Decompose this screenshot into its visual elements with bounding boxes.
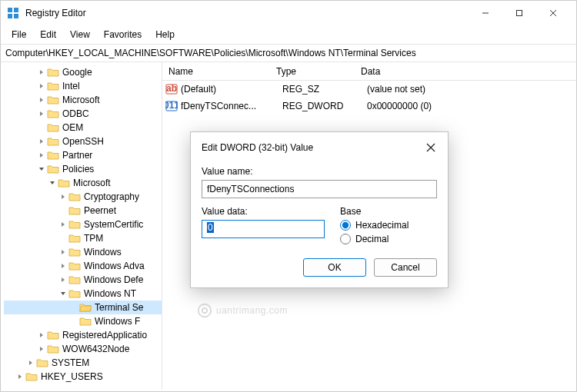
chevron-right-icon[interactable] (58, 193, 68, 201)
tree-item[interactable]: Microsoft (4, 176, 162, 190)
dword-value-icon: 011 (165, 100, 178, 112)
tree-item-label: Microsoft (62, 95, 100, 105)
chevron-right-icon[interactable] (36, 151, 47, 159)
close-button[interactable] (536, 2, 570, 24)
chevron-right-icon[interactable] (58, 262, 68, 270)
col-type[interactable]: Type (270, 66, 355, 77)
titlebar: Registry Editor (1, 1, 576, 25)
tree-item[interactable]: Windows Adva (4, 259, 162, 273)
value-row[interactable]: 011fDenyTSConnec...REG_DWORD0x00000000 (… (162, 98, 576, 115)
tree-item-label: Partner (62, 150, 92, 161)
folder-icon (47, 95, 59, 105)
tree-item[interactable]: SystemCertific (4, 218, 162, 231)
chevron-right-icon[interactable] (36, 82, 47, 90)
svg-text:011: 011 (165, 100, 178, 111)
col-name[interactable]: Name (162, 66, 270, 77)
folder-icon (25, 371, 38, 382)
value-type: REG_SZ (282, 84, 367, 95)
dialog-title: Edit DWORD (32-bit) Value (202, 142, 422, 153)
value-data: (value not set) (367, 84, 576, 95)
tree-item[interactable]: WOW6432Node (4, 342, 162, 356)
chevron-right-icon[interactable] (36, 138, 47, 145)
tree-item-label: Cryptography (84, 191, 139, 202)
tree-item[interactable]: ODBC (4, 107, 162, 121)
menu-edit[interactable]: Edit (34, 27, 62, 42)
chevron-right-icon[interactable] (25, 359, 36, 367)
chevron-right-icon[interactable] (36, 96, 47, 104)
folder-icon (47, 150, 59, 161)
tree-item[interactable]: OpenSSH (4, 135, 162, 148)
folder-icon (68, 219, 81, 230)
radio-dec-label: Decimal (355, 234, 389, 244)
folder-icon (58, 178, 70, 188)
tree-item[interactable]: TPM (4, 231, 162, 245)
chevron-right-icon[interactable] (58, 221, 68, 228)
tree-item[interactable]: Windows NT (4, 287, 162, 301)
value-list: ab(Default)REG_SZ(value not set)011fDeny… (162, 81, 576, 115)
columns-header: Name Type Data (162, 62, 576, 81)
tree-item[interactable]: Terminal Se (4, 301, 162, 314)
tree-panel[interactable]: GoogleIntelMicrosoftODBCOEMOpenSSHPartne… (1, 62, 162, 390)
folder-icon (68, 247, 81, 257)
tree-item[interactable]: Cryptography (4, 190, 162, 204)
tree-item[interactable]: Policies (4, 162, 162, 176)
chevron-right-icon[interactable] (36, 345, 47, 353)
tree-item[interactable]: HKEY_USERS (4, 370, 162, 384)
cancel-button[interactable]: Cancel (374, 258, 437, 277)
chevron-right-icon[interactable] (58, 276, 68, 284)
tree-item[interactable]: Google (4, 65, 162, 79)
value-name: fDenyTSConnec... (181, 101, 282, 111)
chevron-down-icon[interactable] (47, 179, 58, 187)
minimize-button[interactable] (469, 2, 502, 24)
tree-item[interactable]: Windows Defe (4, 273, 162, 287)
menu-help[interactable]: Help (149, 27, 181, 42)
folder-icon (68, 288, 81, 299)
svg-rect-1 (14, 8, 18, 12)
tree-item[interactable]: Peernet (4, 204, 162, 218)
value-data-input[interactable]: 0 (202, 220, 325, 238)
radio-dec-input[interactable] (340, 234, 351, 244)
tree-item-label: Windows NT (84, 288, 136, 299)
tree-item[interactable]: SYSTEM (4, 356, 162, 370)
tree-item[interactable]: Windows (4, 245, 162, 259)
chevron-down-icon[interactable] (36, 165, 47, 173)
address-input[interactable] (5, 48, 572, 58)
value-data: 0x00000000 (0) (367, 101, 576, 111)
chevron-right-icon[interactable] (36, 68, 47, 76)
folder-icon (47, 67, 59, 78)
tree-item[interactable]: Intel (4, 79, 162, 93)
tree-item-label: SYSTEM (52, 357, 89, 368)
folder-icon (79, 316, 92, 327)
ok-button[interactable]: OK (303, 258, 366, 277)
radio-hexadecimal[interactable]: Hexadecimal (340, 220, 437, 231)
menu-view[interactable]: View (64, 27, 96, 42)
tree-item-label: OpenSSH (62, 136, 104, 147)
svg-rect-2 (8, 14, 12, 18)
chevron-down-icon[interactable] (58, 290, 68, 297)
tree-item[interactable]: Microsoft (4, 93, 162, 107)
chevron-right-icon[interactable] (36, 110, 47, 118)
tree-item[interactable]: Windows F (4, 314, 162, 328)
tree-item-label: Intel (62, 81, 80, 91)
tree-item-label: HKEY_USERS (41, 371, 103, 382)
col-data[interactable]: Data (355, 66, 576, 77)
svg-rect-0 (8, 8, 12, 12)
tree-item[interactable]: OEM (4, 121, 162, 135)
value-row[interactable]: ab(Default)REG_SZ(value not set) (162, 81, 576, 98)
dialog-close-button[interactable] (422, 138, 440, 157)
radio-decimal[interactable]: Decimal (340, 234, 437, 244)
tree-item[interactable]: Partner (4, 148, 162, 162)
menu-file[interactable]: File (5, 27, 32, 42)
folder-icon (47, 122, 59, 133)
chevron-right-icon[interactable] (36, 331, 47, 339)
menu-favorites[interactable]: Favorites (98, 27, 148, 42)
value-name-input[interactable] (202, 180, 437, 198)
chevron-right-icon[interactable] (15, 373, 25, 380)
maximize-button[interactable] (502, 2, 536, 24)
chevron-right-icon[interactable] (58, 248, 68, 256)
dialog-buttons: OK Cancel (202, 258, 437, 277)
tree-item-label: WOW6432Node (62, 344, 129, 354)
radio-hex-input[interactable] (340, 220, 351, 231)
folder-icon (47, 81, 59, 91)
tree-item[interactable]: RegisteredApplicatio (4, 328, 162, 342)
